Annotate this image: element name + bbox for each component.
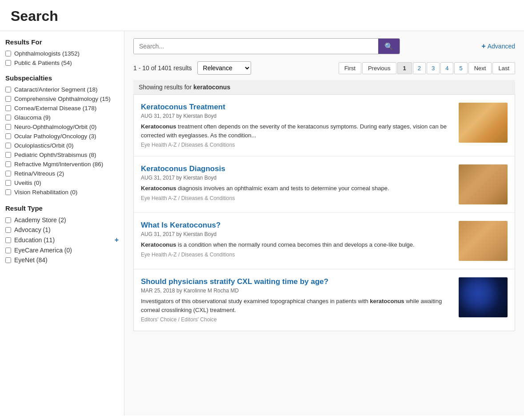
filter-checkbox-ophthalmologists[interactable] xyxy=(5,51,11,56)
filter-checkbox-public-patients[interactable] xyxy=(5,60,11,66)
subspecialty-label-retina: Retina/Vitreous (2) xyxy=(14,170,64,177)
result-item: Keratoconus Treatment AUG 31, 2017 by Ki… xyxy=(134,95,515,156)
page-numbers: 12345 xyxy=(397,62,468,74)
search-input-wrapper: keratoconus 🔍 xyxy=(133,38,400,54)
subspecialty-item: Oculoplastics/Orbit (0) xyxy=(5,142,119,149)
subspecialty-item: Pediatric Ophth/Strabismus (8) xyxy=(5,152,119,158)
subspecialty-item: Comprehensive Ophthalmology (15) xyxy=(5,96,119,102)
result-category-2: Eye Health A-Z / Diseases & Conditions xyxy=(141,252,452,258)
result-content-3: Should physicians stratify CXL waiting t… xyxy=(141,277,452,323)
previous-page-btn[interactable]: Previous xyxy=(362,62,396,74)
subspecialty-label-refractive: Refractive Mgmt/Intervention (86) xyxy=(14,161,103,168)
result-category-0: Eye Health A-Z / Diseases & Conditions xyxy=(141,142,452,148)
subspecialty-item: Neuro-Ophthalmology/Orbit (0) xyxy=(5,124,119,130)
result-content-0: Keratoconus Treatment AUG 31, 2017 by Ki… xyxy=(141,103,452,148)
result-type-checkbox-eyecare-america[interactable] xyxy=(5,248,11,253)
result-type-checkbox-education[interactable] xyxy=(5,237,11,243)
subspecialty-checkbox-oculoplastics[interactable] xyxy=(5,143,11,148)
subspecialty-checkbox-retina[interactable] xyxy=(5,171,11,176)
page-btn-5[interactable]: 5 xyxy=(454,62,467,74)
result-title-2[interactable]: What Is Keratoconus? xyxy=(141,221,452,230)
page-header: Search xyxy=(0,0,524,31)
last-page-btn[interactable]: Last xyxy=(492,62,515,74)
page-btn-1[interactable]: 1 xyxy=(397,62,412,74)
subspecialty-item: Cornea/External Disease (178) xyxy=(5,105,119,112)
expand-icon-education[interactable]: + xyxy=(115,236,119,244)
subspecialty-item: Glaucoma (9) xyxy=(5,114,119,121)
desc-rest: treatment often depends on the severity … xyxy=(141,123,447,139)
result-type-item: EyeNet (84) xyxy=(5,256,119,264)
result-item: Keratoconus Diagnosis AUG 31, 2017 by Ki… xyxy=(134,156,515,213)
result-type-item: Advocacy (1) xyxy=(5,226,119,233)
subspecialty-item: Retina/Vitreous (2) xyxy=(5,170,119,177)
sidebar-filters: Ophthalmologists (1352) Public & Patient… xyxy=(5,50,119,66)
subspecialty-label-pediatric: Pediatric Ophth/Strabismus (8) xyxy=(14,152,96,158)
main-layout: Results For Ophthalmologists (1352) Publ… xyxy=(0,31,524,416)
result-description-1: Keratoconus diagnosis involves an ophtha… xyxy=(141,184,452,193)
filter-label-public-patients: Public & Patients (54) xyxy=(14,60,72,66)
advanced-label: Advanced xyxy=(488,43,515,50)
result-meta-0: AUG 31, 2017 by Kierstan Boyd xyxy=(141,113,452,119)
subspecialty-checkbox-cornea[interactable] xyxy=(5,105,11,111)
subspecialty-checkbox-uveitis[interactable] xyxy=(5,180,11,186)
result-type-checkbox-academy-store[interactable] xyxy=(5,217,11,223)
result-image-3 xyxy=(459,277,508,317)
next-page-btn[interactable]: Next xyxy=(468,62,492,74)
subspecialty-checkbox-ocular-path[interactable] xyxy=(5,133,11,139)
search-input[interactable]: keratoconus xyxy=(134,39,378,54)
desc-highlight: keratoconus xyxy=(370,298,404,304)
page-btn-4[interactable]: 4 xyxy=(440,62,453,74)
result-item: What Is Keratoconus? AUG 31, 2017 by Kie… xyxy=(134,213,515,269)
result-meta-1: AUG 31, 2017 by Kierstan Boyd xyxy=(141,175,452,181)
first-page-btn[interactable]: First xyxy=(339,62,361,74)
subspecialty-checkbox-neuro[interactable] xyxy=(5,124,11,130)
result-description-2: Keratoconus is a condition when the norm… xyxy=(141,240,452,249)
result-type-label-eyecare-america: EyeCare America (0) xyxy=(14,247,72,254)
subspecialty-label-uveitis: Uveitis (0) xyxy=(14,180,41,186)
subspecialty-label-oculoplastics: Oculoplastics/Orbit (0) xyxy=(14,142,74,149)
result-type-section: Result Type Academy Store (2) Advocacy (… xyxy=(5,204,119,264)
subspecialty-label-ocular-path: Ocular Pathology/Oncology (3) xyxy=(14,133,96,140)
desc-prefix: Investigators of this observational stud… xyxy=(141,298,370,304)
page-btn-3[interactable]: 3 xyxy=(427,62,440,74)
search-icon: 🔍 xyxy=(384,42,393,51)
result-title-3[interactable]: Should physicians stratify CXL waiting t… xyxy=(141,277,452,286)
result-title-1[interactable]: Keratoconus Diagnosis xyxy=(141,164,452,173)
subspecialty-checkbox-glaucoma[interactable] xyxy=(5,115,11,120)
result-image-1 xyxy=(459,164,508,204)
result-type-checkbox-advocacy[interactable] xyxy=(5,227,11,233)
advanced-search-link[interactable]: + Advanced xyxy=(481,42,515,50)
result-type-label-academy-store: Academy Store (2) xyxy=(14,216,66,224)
sidebar-result-types: Academy Store (2) Advocacy (1) Education… xyxy=(5,216,119,264)
query-highlight: keratoconus xyxy=(193,84,230,91)
search-button[interactable]: 🔍 xyxy=(378,39,400,54)
result-title-0[interactable]: Keratoconus Treatment xyxy=(141,103,452,112)
page-btn-2[interactable]: 2 xyxy=(413,62,426,74)
subspecialty-checkbox-comprehensive[interactable] xyxy=(5,96,11,102)
desc-prefix: Keratoconus xyxy=(141,241,176,248)
showing-banner: Showing results for keratoconus xyxy=(133,80,515,94)
subspecialty-item: Cataract/Anterior Segment (18) xyxy=(5,86,119,93)
result-meta-2: AUG 31, 2017 by Kierstan Boyd xyxy=(141,231,452,237)
subspecialty-checkbox-cataract[interactable] xyxy=(5,87,11,92)
result-category-3: Editors' Choice / Editors' Choice xyxy=(141,316,452,323)
result-description-3: Investigators of this observational stud… xyxy=(141,297,452,314)
sort-select[interactable]: RelevanceDateTitle xyxy=(197,61,251,75)
subspecialty-checkbox-vision-rehab[interactable] xyxy=(5,189,11,195)
result-category-1: Eye Health A-Z / Diseases & Conditions xyxy=(141,195,452,201)
subspecialty-checkbox-pediatric[interactable] xyxy=(5,152,11,158)
subspecialty-checkbox-refractive[interactable] xyxy=(5,161,11,167)
result-type-item: Academy Store (2) xyxy=(5,216,119,224)
sidebar-filter-item: Ophthalmologists (1352) xyxy=(5,50,119,57)
desc-rest: diagnosis involves an ophthalmic exam an… xyxy=(176,185,389,192)
result-content-1: Keratoconus Diagnosis AUG 31, 2017 by Ki… xyxy=(141,164,452,204)
subspecialty-item: Ocular Pathology/Oncology (3) xyxy=(5,133,119,140)
results-for-label: Results For xyxy=(5,38,119,46)
result-type-checkbox-eyenet[interactable] xyxy=(5,257,11,263)
result-type-item: Education (11) + xyxy=(5,236,119,244)
subspecialty-label-vision-rehab: Vision Rehabilitation (0) xyxy=(14,189,77,196)
desc-prefix: Keratoconus xyxy=(141,185,176,192)
subspecialty-label-comprehensive: Comprehensive Ophthalmology (15) xyxy=(14,96,111,102)
result-type-label: Result Type xyxy=(5,204,119,212)
subspecialty-label-cornea: Cornea/External Disease (178) xyxy=(14,105,96,112)
